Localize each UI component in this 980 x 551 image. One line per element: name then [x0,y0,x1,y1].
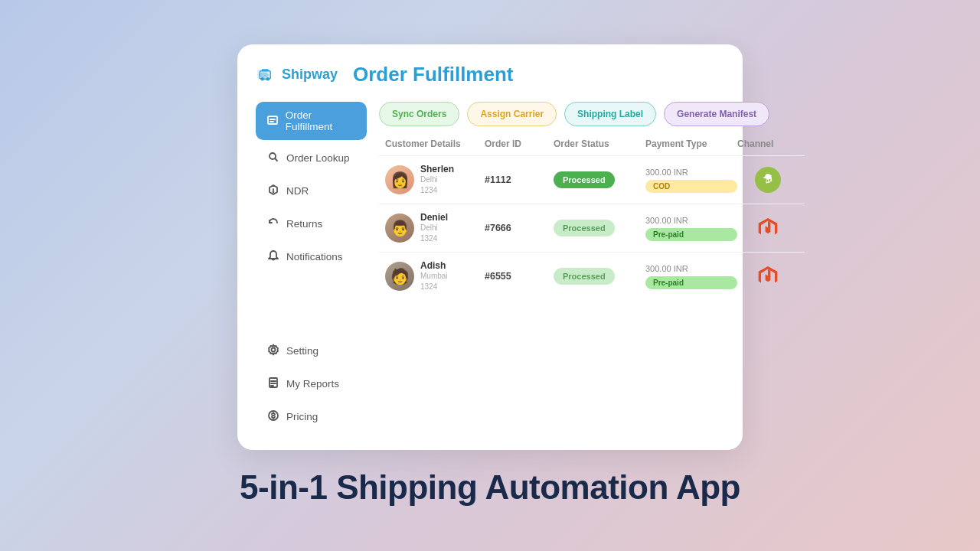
order-id: #1112 [485,174,554,185]
sidebar-item-label: Setting [286,345,318,357]
customer-cell: 🧑 Adish Mumbai 1324 [385,260,485,292]
customer-name: Adish [420,260,448,271]
orders-table: Customer Details Order ID Order Status P… [379,139,805,432]
sidebar-item-order-lookup[interactable]: Order Lookup [256,143,367,173]
content-area: Sync Orders Assign Carrier Shipping Labe… [367,102,805,432]
customer-info: Adish Mumbai 1324 [420,260,448,292]
payment-cell: 300.00 INR Pre-paid [645,264,737,289]
sidebar-item-order-fulfillment[interactable]: Order Fulfillment [256,102,367,140]
sidebar-item-returns[interactable]: Returns [256,209,367,239]
svg-point-11 [272,348,276,352]
col-channel: Channel [737,139,799,149]
status-badge: Processed [554,268,615,285]
svg-point-10 [273,192,274,193]
sidebar-item-my-reports[interactable]: My Reports [256,369,367,399]
customer-sub: Delhi [420,174,454,185]
sidebar-item-setting[interactable]: Setting [256,336,367,366]
table-row[interactable]: 👨 Deniel Delhi 1324 #7666 Processed 300.… [379,204,805,252]
customer-sub: Mumbai [420,271,448,282]
svg-rect-4 [268,116,277,124]
payment-amount: 300.00 INR [645,216,737,225]
status-badge: Processed [554,220,615,236]
channel-cell [737,167,799,193]
payment-badge: COD [645,180,737,193]
action-buttons: Sync Orders Assign Carrier Shipping Labe… [379,102,805,126]
shopify-icon [755,167,781,193]
payment-cell: 300.00 INR Pre-paid [645,216,737,241]
customer-sub: Delhi [420,223,448,233]
logo: Shipway [256,64,338,86]
avatar: 👩 [385,165,414,194]
order-id: #6555 [485,271,554,282]
sidebar-item-notifications[interactable]: Notifications [256,242,367,272]
sidebar-item-label: NDR [286,185,309,197]
svg-point-7 [270,153,276,159]
status-badge: Processed [554,171,615,188]
page-title: Order Fulfillment [353,63,513,86]
avatar: 👨 [385,214,414,243]
pricing-icon [266,409,280,424]
payment-badge: Pre-paid [645,228,737,241]
customer-name: Deniel [420,212,448,223]
sidebar-item-label: Notifications [286,251,343,262]
status-cell: Processed [554,171,645,188]
order-fulfillment-icon [266,114,279,129]
payment-cell: 300.00 INR COD [645,168,737,193]
table-row[interactable]: 🧑 Adish Mumbai 1324 #6555 Processed 300.… [379,252,805,300]
payment-amount: 300.00 INR [645,264,737,273]
ndr-icon [266,184,280,198]
returns-icon [266,217,280,231]
status-cell: Processed [554,220,645,236]
sidebar-item-label: Returns [286,218,322,230]
customer-id: 1324 [420,282,448,292]
sidebar-bottom: Setting My Reports Pricing [256,336,367,432]
customer-cell: 👨 Deniel Delhi 1324 [385,212,485,244]
shipway-logo-icon [256,64,277,86]
sidebar-item-pricing[interactable]: Pricing [256,402,367,432]
tagline: 5-in-1 Shipping Automation App [240,468,740,507]
customer-name: Sherlen [420,164,454,174]
notifications-icon [266,249,280,264]
svg-point-2 [261,77,264,80]
customer-info: Deniel Delhi 1324 [420,212,448,244]
svg-line-8 [276,159,278,161]
my-reports-icon [266,377,280,391]
magento-icon [755,215,781,241]
sidebar-spacer [256,275,367,327]
order-id: #7666 [485,223,554,233]
sync-orders-button[interactable]: Sync Orders [379,102,459,126]
status-cell: Processed [554,268,645,285]
col-customer: Customer Details [385,139,485,149]
customer-info: Sherlen Delhi 1234 [420,164,454,196]
sidebar-item-label: My Reports [286,378,339,390]
channel-cell [737,215,799,241]
assign-carrier-button[interactable]: Assign Carrier [467,102,557,126]
sidebar: Order Fulfillment Order Lookup NDR Retur… [256,102,367,432]
payment-amount: 300.00 INR [645,168,737,177]
magento-icon [755,263,781,289]
customer-cell: 👩 Sherlen Delhi 1234 [385,164,485,196]
sidebar-item-label: Order Fulfillment [286,109,356,132]
sidebar-item-label: Pricing [286,411,318,422]
svg-point-3 [266,77,270,80]
sidebar-item-ndr[interactable]: NDR [256,176,367,206]
main-card: Shipway Order Fulfillment Order Fulfillm… [237,44,743,450]
main-content: Order Fulfillment Order Lookup NDR Retur… [256,102,724,432]
sidebar-item-label: Order Lookup [286,152,350,164]
generate-manifest-button[interactable]: Generate Manifest [664,102,769,126]
payment-badge: Pre-paid [645,276,737,289]
logo-text: Shipway [282,67,338,83]
shipping-label-button[interactable]: Shipping Label [564,102,656,126]
table-row[interactable]: 👩 Sherlen Delhi 1234 #1112 Processed 300… [379,155,805,204]
col-status: Order Status [554,139,645,149]
channel-cell [737,263,799,289]
table-header: Customer Details Order ID Order Status P… [379,139,805,155]
order-lookup-icon [266,151,280,165]
setting-icon [266,344,280,358]
customer-id: 1324 [420,233,448,244]
col-order-id: Order ID [485,139,554,149]
customer-id: 1234 [420,185,454,196]
card-header: Shipway Order Fulfillment [256,63,724,86]
col-payment: Payment Type [645,139,737,149]
avatar: 🧑 [385,262,414,291]
